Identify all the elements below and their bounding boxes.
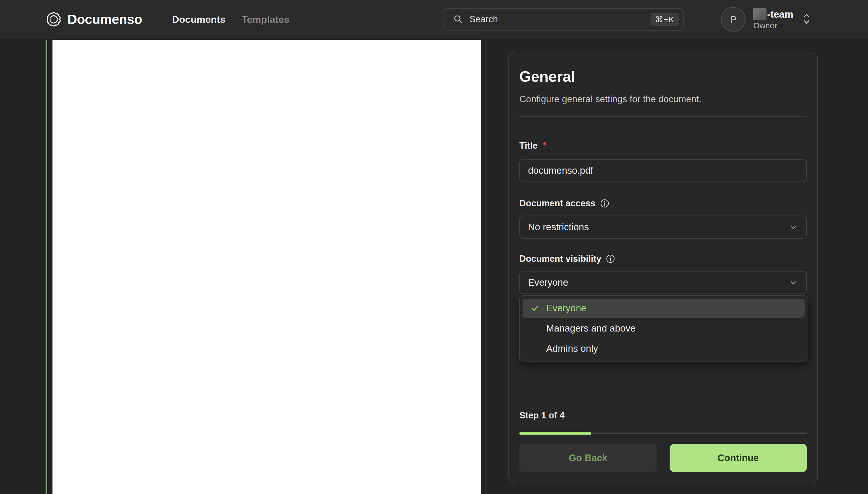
title-field-label: Title* bbox=[519, 140, 807, 151]
active-page-indicator bbox=[45, 40, 47, 494]
go-back-button[interactable]: Go Back bbox=[519, 444, 657, 472]
document-page bbox=[53, 40, 481, 494]
document-visibility-info-icon[interactable] bbox=[606, 254, 615, 263]
check-icon bbox=[531, 304, 539, 312]
documenso-app: Documenso Documents Templates ⌘+K P -tea… bbox=[0, 0, 868, 494]
search-icon bbox=[453, 15, 463, 24]
nav-link-documents[interactable]: Documents bbox=[172, 14, 225, 25]
document-visibility-select[interactable]: Everyone bbox=[519, 271, 807, 294]
menu-option-label: Admins only bbox=[546, 343, 598, 354]
document-visibility-label: Document visibility bbox=[519, 254, 807, 264]
title-label-text: Title bbox=[519, 140, 537, 151]
team-name-line: -team bbox=[753, 8, 793, 20]
document-visibility-label-text: Document visibility bbox=[519, 254, 601, 264]
progress-bar bbox=[519, 432, 807, 435]
redacted-team-name bbox=[753, 8, 767, 20]
panel-divider bbox=[519, 116, 807, 117]
search-shortcut-badge: ⌘+K bbox=[651, 13, 679, 26]
document-access-value: No restrictions bbox=[528, 222, 589, 232]
general-settings-panel: General Configure general settings for t… bbox=[508, 52, 818, 483]
menu-option-managers-and-above[interactable]: Managers and above bbox=[522, 319, 805, 338]
chevron-updown-icon bbox=[802, 13, 811, 25]
footer-buttons: Go Back Continue bbox=[519, 444, 807, 472]
check-slot-empty bbox=[531, 324, 539, 333]
settings-sidebar: General Configure general settings for t… bbox=[488, 40, 868, 494]
team-name-suffix: -team bbox=[767, 9, 793, 20]
document-access-label: Document access bbox=[519, 198, 807, 209]
menu-option-label: Everyone bbox=[546, 303, 586, 314]
profile-meta: -team Owner bbox=[753, 8, 793, 30]
nav-link-templates[interactable]: Templates bbox=[242, 14, 290, 25]
brand[interactable]: Documenso bbox=[45, 11, 142, 27]
menu-option-admins-only[interactable]: Admins only bbox=[522, 339, 805, 358]
visibility-dropdown-menu: Everyone Managers and above Admins only bbox=[519, 295, 808, 362]
nav-links: Documents Templates bbox=[172, 14, 290, 25]
required-marker: * bbox=[543, 140, 546, 151]
document-access-select[interactable]: No restrictions bbox=[519, 215, 807, 239]
title-input[interactable] bbox=[519, 159, 807, 182]
menu-option-everyone[interactable]: Everyone bbox=[522, 299, 805, 318]
avatar[interactable]: P bbox=[721, 7, 746, 32]
check-slot-empty bbox=[531, 344, 539, 353]
team-switcher-chevrons[interactable] bbox=[802, 13, 811, 26]
profile-menu-trigger[interactable]: P -team Owner bbox=[721, 7, 811, 32]
document-access-info-icon[interactable] bbox=[600, 199, 609, 208]
step-indicator: Step 1 of 4 bbox=[519, 410, 807, 421]
search-input[interactable] bbox=[470, 14, 651, 24]
chevron-down-icon bbox=[788, 222, 798, 232]
panel-title: General bbox=[519, 69, 807, 85]
menu-option-label: Managers and above bbox=[546, 323, 635, 334]
document-viewer bbox=[0, 40, 487, 494]
document-visibility-value: Everyone bbox=[528, 277, 568, 288]
brand-name: Documenso bbox=[67, 12, 142, 27]
search-box[interactable]: ⌘+K bbox=[443, 8, 684, 31]
document-access-label-text: Document access bbox=[519, 198, 595, 209]
panel-subtitle: Configure general settings for the docum… bbox=[519, 94, 807, 104]
progress-fill bbox=[519, 432, 591, 435]
chevron-down-icon bbox=[788, 278, 798, 287]
continue-button[interactable]: Continue bbox=[670, 444, 807, 472]
user-role: Owner bbox=[753, 21, 793, 30]
documenso-logo-icon bbox=[45, 11, 62, 27]
top-nav: Documenso Documents Templates ⌘+K P -tea… bbox=[0, 0, 868, 39]
